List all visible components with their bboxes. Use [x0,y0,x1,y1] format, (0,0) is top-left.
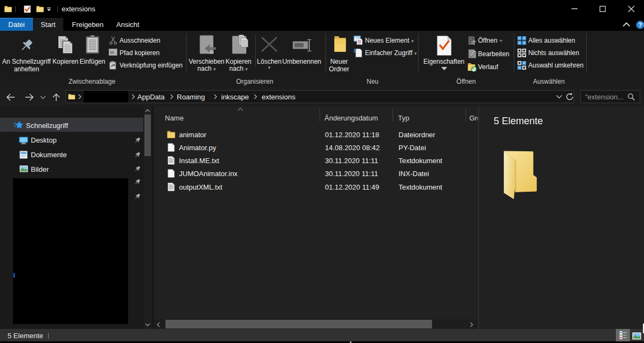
svg-text:?: ? [639,22,642,28]
svg-text:...: ... [114,50,118,55]
